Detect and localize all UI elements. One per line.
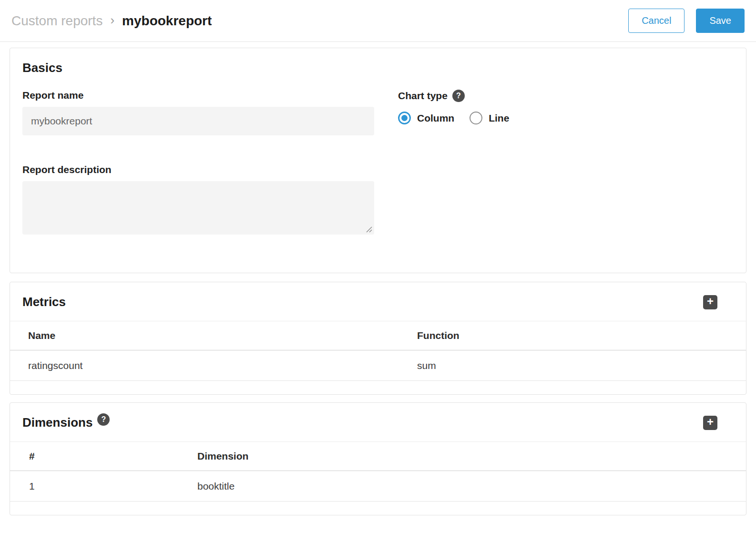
metrics-col-function: Function [417, 330, 746, 341]
cancel-button[interactable]: Cancel [628, 9, 684, 33]
basics-section: Basics Report name Report description [10, 48, 746, 273]
page-header: Custom reports › mybookreport Cancel Sav… [0, 0, 756, 42]
dimensions-col-dimension: Dimension [197, 451, 746, 462]
page-content: Basics Report name Report description [0, 42, 756, 515]
metrics-table-header: Name Function [10, 321, 746, 350]
basics-right-column: Chart type ? Column Line [398, 90, 509, 235]
dimensions-section: Dimensions ? + # Dimension 1 booktitle [10, 402, 746, 515]
basics-title: Basics [22, 61, 734, 75]
save-button[interactable]: Save [696, 9, 745, 33]
dimensions-title-text: Dimensions [22, 415, 92, 430]
metrics-table-row[interactable]: ratingscount sum [10, 350, 746, 381]
chart-type-label-text: Chart type [398, 90, 448, 102]
chart-type-line-radio[interactable]: Line [470, 112, 509, 124]
dimensions-title: Dimensions ? [22, 415, 110, 430]
report-description-wrap [22, 181, 374, 235]
dimension-index-cell: 1 [10, 481, 197, 492]
chevron-right-icon: › [110, 13, 114, 28]
textarea-resize-handle-icon[interactable] [365, 226, 372, 233]
add-metric-button[interactable]: + [703, 295, 717, 309]
chart-type-column-label: Column [417, 113, 454, 124]
breadcrumb-custom-reports-link[interactable]: Custom reports [11, 13, 102, 29]
report-name-input[interactable] [22, 107, 374, 135]
report-description-field: Report description [22, 164, 374, 235]
metrics-col-name: Name [10, 330, 417, 341]
metric-name-cell: ratingscount [10, 360, 417, 371]
header-actions: Cancel Save [628, 9, 745, 33]
dimensions-col-index: # [10, 451, 197, 462]
dimensions-table-header: # Dimension [10, 441, 746, 471]
chart-type-options: Column Line [398, 112, 509, 124]
dimensions-table-row[interactable]: 1 booktitle [10, 471, 746, 502]
add-dimension-button[interactable]: + [703, 416, 717, 430]
metrics-header: Metrics + [10, 282, 746, 321]
chart-type-label: Chart type ? [398, 90, 509, 102]
help-icon[interactable]: ? [452, 90, 465, 102]
report-description-input[interactable] [22, 181, 374, 235]
radio-selected-icon [398, 112, 411, 124]
basics-body: Report name Report description [22, 90, 734, 235]
chart-type-column-radio[interactable]: Column [398, 112, 454, 124]
metrics-section: Metrics + Name Function ratingscount sum [10, 282, 746, 395]
report-description-label: Report description [22, 164, 374, 175]
metric-function-cell: sum [417, 360, 746, 371]
basics-left-column: Report name Report description [22, 90, 374, 235]
radio-dot [401, 115, 408, 121]
chart-type-line-label: Line [489, 113, 509, 124]
dimensions-header: Dimensions ? + [10, 403, 746, 441]
metrics-title: Metrics [22, 295, 66, 309]
help-icon[interactable]: ? [97, 413, 110, 426]
breadcrumb-current-report: mybookreport [122, 13, 212, 29]
dimension-name-cell: booktitle [197, 481, 746, 492]
breadcrumb: Custom reports › mybookreport [11, 13, 212, 29]
radio-unselected-icon [470, 112, 482, 124]
report-name-label: Report name [22, 90, 374, 101]
